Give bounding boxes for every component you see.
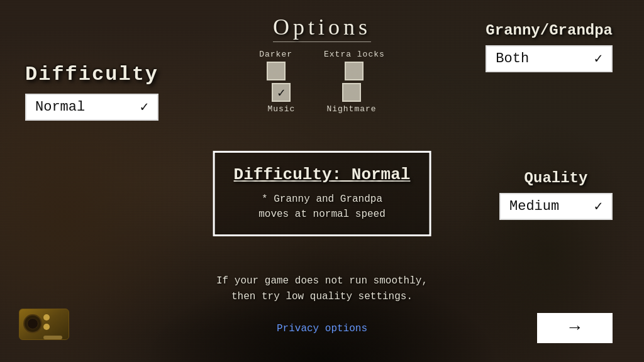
quality-panel: Quality Medium ✓ — [499, 170, 613, 220]
radio-speaker — [23, 314, 42, 333]
music-label: Music — [267, 104, 295, 114]
info-box-title: Difficulty: Normal — [234, 165, 411, 184]
extra-locks-label: Extra locks — [324, 50, 385, 59]
next-arrow-button[interactable]: → — [537, 313, 613, 343]
bottom-note: If your game does not run smoothly, then… — [216, 273, 428, 305]
page-title: Options — [273, 14, 371, 42]
music-checkbox-item: Music — [267, 83, 295, 114]
darker-checkbox-item: Darker — [259, 50, 292, 80]
options-header: Options — [273, 14, 371, 42]
granny-grandpa-panel: Granny/Grandpa Both ✓ — [486, 22, 613, 72]
darker-checkbox[interactable] — [267, 62, 286, 80]
difficulty-dropdown[interactable]: Normal ✓ — [25, 94, 158, 121]
bottom-note-line1: If your game does not run smoothly, — [216, 275, 428, 287]
extra-locks-checkbox[interactable] — [345, 62, 364, 80]
granny-grandpa-checkmark: ✓ — [594, 50, 602, 67]
nightmare-checkbox-item: Nightmare — [326, 83, 376, 114]
nightmare-label: Nightmare — [326, 104, 376, 114]
arrow-icon: → — [570, 319, 580, 337]
nightmare-checkbox[interactable] — [342, 83, 361, 102]
page: Options Darker Extra locks Music Nightma… — [0, 0, 644, 362]
privacy-link[interactable]: Privacy options — [277, 323, 367, 334]
granny-grandpa-label: Granny/Grandpa — [486, 22, 613, 39]
radio-controls — [43, 314, 65, 339]
quality-checkmark: ✓ — [594, 198, 602, 215]
difficulty-checkmark: ✓ — [140, 99, 148, 116]
radio-knob-1 — [43, 314, 50, 321]
info-box: Difficulty: Normal * Granny and Grandpam… — [213, 151, 431, 236]
darker-label: Darker — [259, 50, 292, 59]
difficulty-panel: Difficulty Normal ✓ — [25, 63, 158, 121]
granny-grandpa-dropdown[interactable]: Both ✓ — [486, 45, 613, 72]
extra-locks-checkbox-item: Extra locks — [324, 50, 385, 80]
quality-label: Quality — [499, 170, 613, 187]
music-checkbox[interactable] — [272, 83, 291, 102]
quality-dropdown[interactable]: Medium ✓ — [499, 193, 613, 220]
checkboxes-section: Darker Extra locks — [259, 50, 385, 80]
checkboxes-section-2: Music Nightmare — [267, 83, 376, 114]
radio-dial — [43, 336, 62, 339]
radio-body — [19, 309, 69, 340]
radio-knob-2 — [43, 324, 50, 330]
bottom-note-line2: then try low quality settings. — [231, 291, 413, 302]
info-box-description: * Granny and Grandpamoves at normal spee… — [234, 192, 411, 222]
granny-grandpa-value: Both — [496, 51, 529, 67]
difficulty-label: Difficulty — [25, 63, 158, 86]
difficulty-value: Normal — [35, 99, 85, 115]
radio-decoration — [19, 309, 69, 343]
quality-value: Medium — [509, 199, 559, 214]
